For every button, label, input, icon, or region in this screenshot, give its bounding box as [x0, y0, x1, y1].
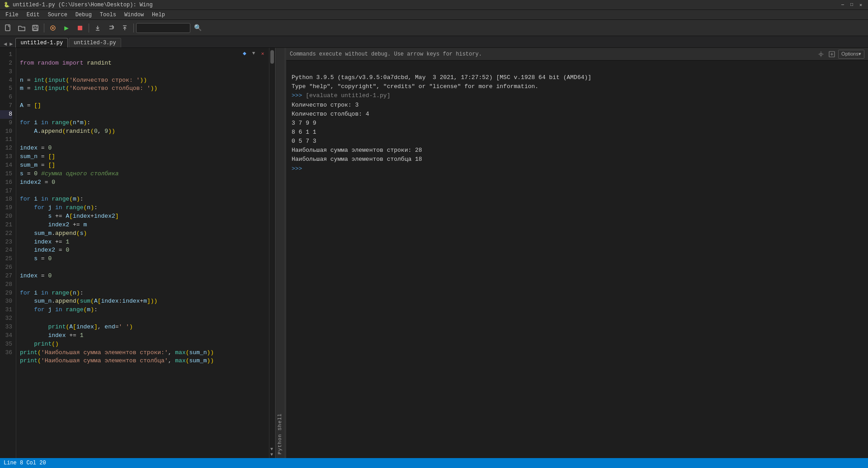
line-numbers: 1 2 3 4 5 6 7 8 9 10 11 12 13 14 15 16 1…	[0, 48, 16, 458]
maximize-button[interactable]: □	[848, 1, 855, 9]
shell-prompt-evaluate: >>> [evaluate untitled-1.py]	[292, 92, 390, 99]
debug-button[interactable]	[47, 22, 59, 34]
shell-output[interactable]: Python 3.9.5 (tags/v3.9.5:0a7dcbd, May 3…	[286, 61, 868, 458]
line-num: 9	[0, 119, 12, 127]
line-num: 6	[0, 93, 12, 102]
panel-splitter[interactable]	[284, 48, 286, 458]
python-shell-label: Python Shell	[275, 48, 284, 458]
app-icon: 🐍	[4, 2, 10, 8]
line-num: 20	[0, 212, 12, 221]
line-num: 27	[0, 272, 12, 281]
tabs-bar: ◀ ▶ untitled-1.py untitled-3.py	[0, 36, 868, 48]
stop-button[interactable]	[74, 22, 86, 34]
search-input[interactable]	[136, 23, 190, 33]
svg-point-5	[52, 27, 54, 29]
editor-scrollbar[interactable]: ▼ ▼	[269, 48, 274, 458]
line-num: 35	[0, 340, 12, 349]
menu-help[interactable]: Help	[148, 11, 169, 19]
svg-rect-6	[78, 26, 82, 30]
line-num: 23	[0, 238, 12, 247]
save-file-button[interactable]	[29, 22, 42, 34]
titlebar: 🐍 untitled-1.py (C:\Users\Home\Desktop):…	[0, 0, 868, 10]
step-over-button[interactable]	[105, 22, 118, 34]
line-num: 29	[0, 289, 12, 298]
line-num: 34	[0, 332, 12, 340]
step-into-button[interactable]	[91, 22, 104, 34]
line-num: 26	[0, 263, 12, 272]
options-button[interactable]: Options▾	[838, 50, 864, 59]
line-num: 2	[0, 59, 12, 68]
line-num: 31	[0, 306, 12, 314]
svg-rect-3	[33, 28, 37, 30]
scroll-bottom-arrow[interactable]: ▼	[270, 452, 273, 457]
run-button[interactable]: ▶	[60, 22, 73, 34]
open-file-button[interactable]	[15, 22, 28, 34]
menu-file[interactable]: File	[2, 11, 22, 19]
shell-expand-icon[interactable]	[827, 50, 836, 59]
tab-untitled-1[interactable]: untitled-1.py	[15, 38, 68, 47]
editor-panel: ◆ ▼ ✕ 1 2 3 4 5 6 7 8 9 10 11 12 13 14	[0, 48, 275, 458]
tab-untitled-3[interactable]: untitled-3.py	[69, 38, 121, 47]
line-num: 17	[0, 187, 12, 196]
minimize-button[interactable]: —	[839, 1, 846, 9]
line-num: 13	[0, 153, 12, 161]
main-layout: ◆ ▼ ✕ 1 2 3 4 5 6 7 8 9 10 11 12 13 14	[0, 48, 868, 458]
line-num: 3	[0, 68, 12, 76]
search-icon[interactable]: 🔍	[191, 22, 204, 34]
tab-nav-next[interactable]: ▶	[9, 41, 13, 47]
code-area: 1 2 3 4 5 6 7 8 9 10 11 12 13 14 15 16 1…	[0, 48, 274, 458]
shell-toolbar-icons: Options▾	[816, 50, 864, 59]
window-title: untitled-1.py (C:\Users\Home\Desktop): W…	[13, 2, 839, 8]
editor-icon-collapse[interactable]: ▼	[250, 50, 257, 57]
line-num: 5	[0, 84, 12, 93]
statusbar: Line 8 Col 20	[0, 458, 868, 468]
shell-python-version: Python 3.9.5 (tags/v3.9.5:0a7dcbd, May 3…	[292, 74, 591, 81]
menu-edit[interactable]: Edit	[23, 11, 43, 19]
line-num: 28	[0, 281, 12, 289]
close-button[interactable]: ✕	[857, 1, 864, 9]
window-controls: — □ ✕	[839, 1, 864, 9]
svg-point-9	[820, 53, 822, 55]
svg-rect-2	[34, 25, 37, 27]
menu-source[interactable]: Source	[44, 11, 71, 19]
line-num: 7	[0, 102, 12, 110]
line-num: 18	[0, 195, 12, 204]
line-num: 30	[0, 297, 12, 306]
tab-nav-prev[interactable]: ◀	[4, 41, 7, 47]
new-file-button[interactable]	[2, 22, 14, 34]
line-num: 19	[0, 204, 12, 212]
line-num: 25	[0, 255, 12, 263]
code-content[interactable]: from random import randint n = int(input…	[16, 48, 269, 458]
line-num: 16	[0, 178, 12, 187]
editor-icon-bookmark[interactable]: ◆	[241, 50, 248, 57]
line-num: 15	[0, 170, 12, 178]
line-num: 33	[0, 323, 12, 332]
shell-settings-icon[interactable]	[816, 50, 826, 59]
menu-tools[interactable]: Tools	[96, 11, 120, 19]
line-num: 10	[0, 127, 12, 136]
scroll-thumb	[270, 50, 274, 64]
shell-output-rows: Количество строк: 3 Количество столбцов:…	[292, 102, 422, 163]
toolbar-separator-1	[44, 23, 44, 33]
menu-debug[interactable]: Debug	[72, 11, 95, 19]
toolbar-separator-2	[89, 23, 89, 33]
editor-close-icon[interactable]: ✕	[259, 50, 266, 57]
line-num: 12	[0, 144, 12, 153]
svg-rect-0	[5, 25, 10, 31]
toolbar: ▶ 🔍	[0, 20, 868, 36]
line-num: 22	[0, 229, 12, 238]
line-num: 24	[0, 246, 12, 255]
step-out-button[interactable]	[118, 22, 131, 34]
shell-prompt-idle: >>>	[292, 165, 306, 172]
shell-toolbar: Commands execute without debug. Use arro…	[286, 48, 868, 61]
shell-type-hint: Type "help", "copyright", "credits" or "…	[292, 83, 538, 90]
line-num: 36	[0, 349, 12, 357]
toolbar-separator-3	[133, 23, 134, 33]
line-num: 8	[0, 110, 12, 119]
shell-panel: Commands execute without debug. Use arro…	[286, 48, 868, 458]
scroll-down-arrow[interactable]: ▼	[270, 447, 273, 452]
line-num: 32	[0, 314, 12, 323]
menubar: File Edit Source Debug Tools Window Help	[0, 10, 868, 20]
editor-side-icons: ◆ ▼ ✕	[239, 49, 268, 58]
menu-window[interactable]: Window	[121, 11, 147, 19]
